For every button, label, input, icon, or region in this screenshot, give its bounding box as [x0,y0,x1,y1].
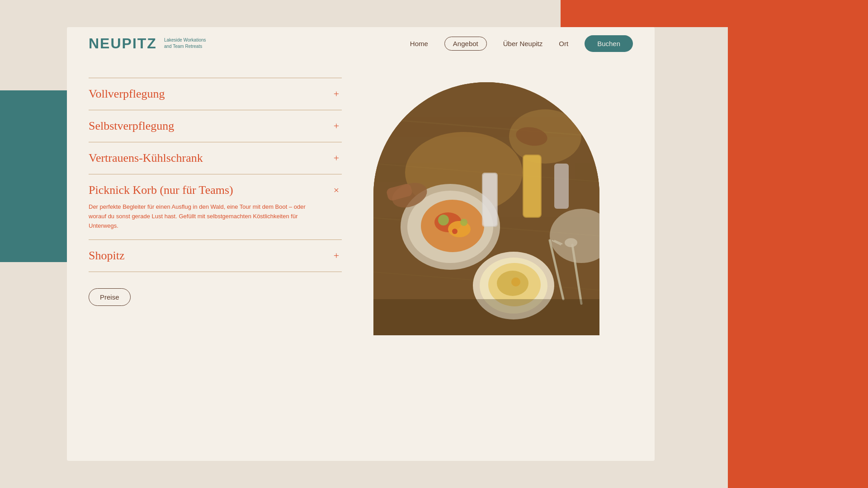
food-scene [373,82,599,335]
accordion-selbstverpflegung: Selbstverpflegung + [89,110,342,142]
left-panel: Vollverpflegung + Selbstverpflegung + Ve… [89,78,342,443]
bg-orange-shape [728,0,868,488]
nav-uber-neupitz[interactable]: Über Neupitz [503,40,543,47]
accordion-picknick-korb-icon: × [331,185,342,196]
nav-home[interactable]: Home [410,40,428,47]
accordion-picknick-korb-content: Der perfekte Begleiter für einen Ausflug… [89,202,306,230]
bg-orange-top-shape [561,0,868,27]
buchen-button[interactable]: Buchen [585,35,633,52]
accordion-selbstverpflegung-header[interactable]: Selbstverpflegung + [89,119,342,133]
main-container: NEUPitZ Lakeside Workations and Team Ret… [67,27,655,461]
preise-button[interactable]: Preise [89,288,131,306]
svg-rect-34 [373,82,599,335]
accordion-selbstverpflegung-icon: + [331,121,342,131]
svg-rect-35 [373,299,599,335]
bg-teal-shape [0,90,72,262]
accordion-vollverpflegung: Vollverpflegung + [89,78,342,110]
content-area: Vollverpflegung + Selbstverpflegung + Ve… [67,60,655,461]
accordion-vollverpflegung-header[interactable]: Vollverpflegung + [89,87,342,101]
accordion-vertrauens-kuhlschrank-icon: + [331,153,342,164]
food-image-container [373,82,599,335]
accordion-picknick-korb: Picknick Korb (nur für Teams) × Der perf… [89,174,342,239]
accordion-vertrauens-kuhlschrank: Vertrauens-Kühlschrank + [89,142,342,174]
accordion-shopitz-header[interactable]: Shopitz + [89,249,342,263]
accordion-shopitz: Shopitz + [89,239,342,272]
tagline-line1: Lakeside Workations [164,37,206,43]
accordion-picknick-korb-header[interactable]: Picknick Korb (nur für Teams) × [89,183,342,197]
tagline-line2: and Team Retreats [164,43,206,50]
accordion-vertrauens-kuhlschrank-title: Vertrauens-Kühlschrank [89,151,203,165]
logo-text: NEUPitZ [89,35,157,52]
nav-angebot[interactable]: Angebot [444,37,487,51]
food-illustration [373,82,599,335]
accordion-selbstverpflegung-title: Selbstverpflegung [89,119,174,133]
accordion-vollverpflegung-title: Vollverpflegung [89,87,165,101]
right-panel [369,78,604,443]
nav-ort[interactable]: Ort [559,40,568,47]
accordion-picknick-korb-title: Picknick Korb (nur für Teams) [89,183,233,197]
logo-tagline: Lakeside Workations and Team Retreats [164,37,206,50]
logo-area: NEUPitZ Lakeside Workations and Team Ret… [89,35,206,52]
nav-links: Home Angebot Über Neupitz Ort Buchen [410,35,633,52]
navbar: NEUPitZ Lakeside Workations and Team Ret… [67,27,655,60]
accordion-vollverpflegung-icon: + [331,89,342,99]
accordion-vertrauens-kuhlschrank-header[interactable]: Vertrauens-Kühlschrank + [89,151,342,165]
accordion-shopitz-title: Shopitz [89,249,124,263]
accordion-shopitz-icon: + [331,250,342,261]
